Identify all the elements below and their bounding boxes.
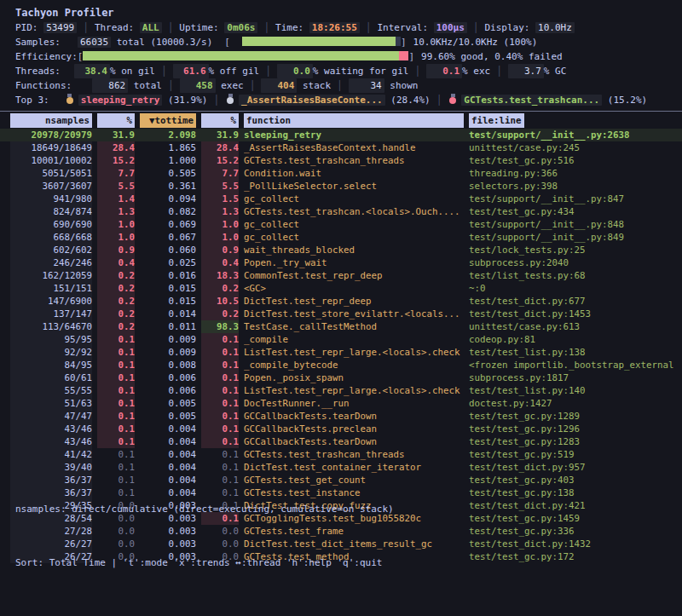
cell-nsamples: 602/602: [10, 244, 92, 256]
cell-pct-cumulative: 0.1: [201, 384, 239, 397]
cell-pct-cumulative: 0.1: [201, 359, 239, 371]
cell-tottime: 1.000: [140, 154, 196, 167]
table-row[interactable]: 246/2460.40.0250.4Popen._try_waitsubproc…: [0, 256, 682, 269]
cell-function: GCCallbackTests.preclean: [244, 423, 464, 435]
cell-pct-cumulative: 0.2: [201, 282, 239, 295]
table-row[interactable]: 60/610.10.0060.1Popen._posix_spawnsubpro…: [0, 371, 682, 384]
cell-tottime: 0.005: [140, 397, 196, 410]
status-value: 53499: [43, 22, 77, 33]
cell-pct-direct: 7.7: [97, 167, 135, 180]
cell-nsamples: 824/874: [10, 205, 92, 218]
cell-pct-cumulative: 0.1: [201, 397, 239, 410]
table-row[interactable]: 41/420.10.0040.1GCTests.test_trashcan_th…: [0, 448, 682, 461]
cell-pct-direct: 0.2: [97, 269, 135, 282]
column-header-function[interactable]: function: [244, 113, 464, 128]
table-row[interactable]: 43/460.10.0040.1GCCallbackTests.preclean…: [0, 423, 682, 435]
table-row[interactable]: 84/950.10.0080.1_compile_bytecode<frozen…: [0, 359, 682, 371]
cell-tottime: 0.016: [140, 269, 196, 282]
cell-pct-direct: 0.1: [97, 397, 135, 410]
status-label: Uptime:: [179, 22, 224, 33]
efficiency-row: Efficiency:[]99.60% good, 0.40% failed: [0, 49, 682, 64]
cell-tottime: 0.014: [140, 308, 196, 320]
table-row[interactable]: 95/950.10.0090.1_compilecodeop.py:81: [0, 333, 682, 346]
stat-unit: % waiting for gil: [313, 66, 409, 77]
cell-function: CommonTest.test_repr_deep: [244, 269, 464, 282]
stat-unit: stack: [297, 80, 331, 91]
cell-pct-direct: 0.1: [97, 435, 135, 448]
cell-nsamples: 84/95: [10, 359, 92, 371]
table-row[interactable]: 5051/50517.70.5057.7Condition.waitthread…: [0, 167, 682, 180]
cell-file-line: test/test_dict.py:421: [469, 499, 675, 512]
column-header-tottime-sorted[interactable]: ▼tottime: [140, 113, 196, 128]
cell-pct-cumulative: 18.3: [201, 269, 239, 282]
table-row[interactable]: 137/1470.20.0140.2DictTest.test_store_ev…: [0, 308, 682, 320]
stat-value: 38.4: [74, 64, 110, 78]
cell-file-line: test/test_dict.py:677: [469, 295, 675, 308]
silver-medal-icon: [227, 97, 234, 104]
stat-unit: total: [128, 80, 162, 91]
table-row[interactable]: 668/6681.00.0671.0gc_collecttest/support…: [0, 231, 682, 244]
threads-label: Threads:: [15, 66, 61, 77]
table-row[interactable]: 151/1510.20.0150.2<GC>~:0: [0, 282, 682, 295]
cell-file-line: test/test_dict.py:1453: [469, 308, 675, 320]
status-value: ALL: [140, 22, 162, 33]
cell-tottime: 0.004: [140, 423, 196, 435]
status-value: 10.0Hz: [535, 22, 575, 33]
cell-nsamples: 60/61: [10, 371, 92, 384]
status-bar-items: PID: 53499│Thread: ALL│Uptime: 0m06s│Tim…: [15, 22, 575, 33]
separator: │: [496, 66, 502, 77]
cell-function: _AssertRaisesBaseContext.handle: [244, 141, 464, 154]
cell-pct-direct: 5.5: [97, 180, 135, 193]
cell-function: gc_collect: [244, 193, 464, 205]
cell-function: <GC>: [244, 282, 464, 295]
cell-pct-direct: 0.2: [97, 308, 135, 320]
separator: │: [337, 80, 343, 91]
cell-pct-direct: 0.1: [97, 410, 135, 423]
table-row[interactable]: 824/8741.30.0821.3GCTests.test_trashcan.…: [0, 205, 682, 218]
column-header-pct-cumulative[interactable]: %: [201, 113, 239, 128]
samples-total-value: 66035: [78, 37, 111, 48]
table-row[interactable]: 602/6020.90.0600.9wait_threads_blockedte…: [0, 244, 682, 256]
top3-function-name: sleeping_retry: [78, 95, 163, 106]
cell-nsamples: 43/46: [10, 435, 92, 448]
column-header-file-line[interactable]: file:line: [469, 113, 675, 128]
table-row[interactable]: 43/460.10.0040.1GCCallbackTests.tearDown…: [0, 435, 682, 448]
efficiency-good-fill: [83, 51, 399, 60]
table-row[interactable]: 941/9801.40.0941.5gc_collecttest/support…: [0, 193, 682, 205]
table-row[interactable]: 47/470.10.0050.1GCCallbackTests.tearDown…: [0, 410, 682, 423]
cell-file-line: threading.py:366: [469, 167, 675, 180]
table-row[interactable]: 20978/2097931.92.09831.9sleeping_retryte…: [0, 129, 682, 141]
cell-function: GCTests.test_trashcan.<locals>.Ouch....: [244, 205, 464, 218]
table-row[interactable]: 3607/36075.50.3615.5_PollLikeSelector.se…: [0, 180, 682, 193]
table-row[interactable]: 51/630.10.0050.1DocTestRunner.__rundocte…: [0, 397, 682, 410]
table-row[interactable]: 690/6901.00.0691.0gc_collecttest/support…: [0, 218, 682, 231]
cell-nsamples: 113/64670: [10, 320, 92, 333]
footer-keybindings: Sort: Total Time | 't':mode 'x':trends ↔…: [15, 554, 394, 572]
cell-function: gc_collect: [244, 218, 464, 231]
column-header-pct-direct[interactable]: %: [97, 113, 135, 128]
table-row[interactable]: 10001/1000215.21.00015.2GCTests.test_tra…: [0, 154, 682, 167]
top3-items: sleeping_retry (31.9%)│_AssertRaisesBase…: [65, 95, 647, 106]
cell-file-line: doctest.py:1427: [469, 397, 675, 410]
table-row[interactable]: 113/646700.20.01198.3TestCase._callTestM…: [0, 320, 682, 333]
table-row[interactable]: 18649/1864928.41.86528.4_AssertRaisesBas…: [0, 141, 682, 154]
cell-file-line: unittest/case.py:613: [469, 320, 675, 333]
cell-tottime: 0.069: [140, 218, 196, 231]
cell-pct-direct: 15.2: [97, 154, 135, 167]
cell-file-line: test/test_gc.py:1283: [469, 435, 675, 448]
cell-file-line: test/support/__init__.py:2638: [469, 129, 675, 141]
cell-tottime: 0.005: [140, 410, 196, 423]
cell-tottime: 0.004: [140, 435, 196, 448]
table-row[interactable]: 55/550.10.0060.1ListTest.test_repr_large…: [0, 384, 682, 397]
column-header-nsamples[interactable]: nsamples: [10, 113, 92, 128]
efficiency-bar-close-bracket: ]: [408, 51, 414, 62]
table-row[interactable]: 162/120590.20.01618.3CommonTest.test_rep…: [0, 269, 682, 282]
cell-file-line: test/test_gc.py:1459: [469, 512, 675, 525]
top3-percent: (28.4%): [385, 95, 431, 106]
separator: │: [265, 66, 271, 77]
table-row[interactable]: 147/69000.20.01510.5DictTest.test_repr_d…: [0, 295, 682, 308]
cell-tottime: 0.361: [140, 180, 196, 193]
table-row[interactable]: 92/920.10.0090.1ListTest.test_repr_large…: [0, 346, 682, 359]
cell-tottime: 0.505: [140, 167, 196, 180]
stat-unit: exec: [216, 80, 244, 91]
